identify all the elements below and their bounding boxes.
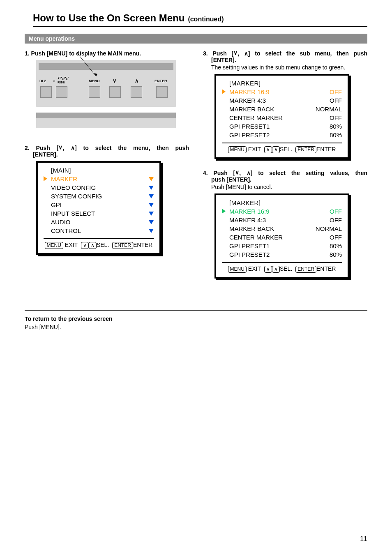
osd-row: MARKER BACKNORMAL: [222, 105, 342, 113]
osd-item-value: OFF: [311, 97, 342, 104]
osd-item-label: CONTROL: [51, 227, 146, 234]
step-number: 4.: [203, 170, 208, 176]
down-icon: ∧: [58, 145, 62, 151]
osd-row: MARKER BACKNORMAL: [222, 224, 342, 233]
keycap-menu-icon: MENU: [228, 146, 247, 153]
osd-footer: MENU EXIT ∨∧SEL. ENTERENTER: [222, 143, 342, 154]
hw-button: [109, 86, 121, 98]
step-4: 4. Push [∧, ∧] to select the setting val…: [203, 170, 367, 279]
osd-row: SYSTEM CONFIG: [44, 192, 154, 200]
osd-sub-menu-1: [MARKER] MARKER 16:9OFFMARKER 4:3OFFMARK…: [214, 74, 349, 159]
osd-item-label: AUDIO: [51, 219, 146, 226]
label-sdi2: DI 2: [39, 79, 46, 83]
down-icon: ∧: [233, 50, 238, 57]
keycap-down-icon: ∨: [264, 146, 272, 153]
step-2: 2. Push [∧, ∧] to select the menu, then …: [25, 145, 189, 255]
osd-row: MARKER 4:3OFF: [222, 216, 342, 224]
return-note: To return to the previous screen Push [M…: [25, 315, 367, 332]
osd-item-value: NORMAL: [311, 106, 342, 113]
indicator-circle-icon: ○: [53, 79, 55, 83]
osd-row: CENTER MARKEROFF: [222, 113, 342, 122]
osd-row: VIDEO CONFIG: [44, 183, 154, 192]
section-heading: Menu operations: [25, 34, 367, 44]
osd-item-label: GPI PRESET2: [229, 131, 311, 138]
down-icon: ∧: [235, 170, 239, 176]
step-text-pre: Push [: [213, 170, 235, 176]
step-text-pre: Push [: [36, 145, 59, 151]
cursor-icon: [222, 208, 229, 215]
step-text-post: ] to select the menu, then push: [75, 145, 189, 151]
up-icon: ∧: [135, 78, 139, 84]
osd-title: [MAIN]: [51, 167, 154, 174]
keycap-enter-icon: ENTER: [295, 146, 316, 153]
label-menu: MENU: [89, 79, 100, 83]
submenu-arrow-icon: [146, 210, 154, 217]
osd-row: MARKER 16:9OFF: [222, 88, 342, 96]
keycap-enter-icon: ENTER: [295, 266, 316, 273]
osd-item-label: GPI PRESET2: [229, 251, 311, 258]
osd-footer: MENU EXIT ∨∧SEL. ENTERENTER: [222, 262, 342, 274]
submenu-arrow-icon: [146, 193, 154, 200]
svg-line-0: [77, 53, 96, 76]
step-text-mid: ,: [239, 170, 247, 176]
osd-row: GPI PRESET280%: [222, 250, 342, 259]
osd-row: CONTROL: [44, 226, 154, 235]
pointer-arrow-icon: [36, 53, 176, 80]
keycap-down-icon: ∨: [81, 242, 89, 249]
osd-item-label: INPUT SELECT: [51, 210, 146, 217]
osd-item-label: CENTER MARKER: [229, 114, 311, 121]
submenu-arrow-icon: [146, 184, 154, 191]
up-icon: ∧: [244, 50, 248, 57]
osd-item-value: OFF: [311, 88, 342, 95]
osd-row: MARKER: [44, 175, 154, 183]
osd-item-label: SYSTEM CONFIG: [51, 193, 146, 200]
page-number: 11: [360, 535, 367, 543]
step-3: 3. Push [∧, ∧] to select the sub menu, t…: [203, 50, 367, 159]
osd-item-value: OFF: [311, 234, 342, 241]
osd-sub-menu-2: [MARKER] MARKER 16:9OFFMARKER 4:3OFFMARK…: [214, 193, 349, 279]
step-body: Push [MENU] to cancel.: [211, 184, 367, 190]
osd-item-label: MARKER 16:9: [229, 208, 311, 215]
osd-item-label: CENTER MARKER: [229, 234, 311, 241]
keycap-enter-icon: ENTER: [112, 242, 133, 249]
osd-item-value: OFF: [311, 114, 342, 121]
keycap-up-icon: ∧: [272, 146, 280, 153]
osd-footer: MENU EXIT ∨∧SEL. ENTERENTER: [44, 238, 154, 250]
osd-row: INPUT SELECT: [44, 209, 154, 218]
keycap-up-icon: ∧: [272, 266, 280, 273]
osd-row: AUDIO: [44, 218, 154, 226]
divider: [25, 310, 367, 311]
label-enter: ENTER: [154, 79, 167, 83]
osd-item-label: MARKER 4:3: [229, 216, 311, 223]
osd-item-label: MARKER: [51, 175, 146, 182]
osd-item-value: OFF: [311, 216, 342, 223]
keycap-up-icon: ∧: [89, 242, 97, 249]
step-text-pre: Push [: [212, 50, 233, 57]
hw-button: [89, 86, 100, 98]
osd-row: GPI PRESET280%: [222, 131, 342, 139]
return-body: Push [MENU].: [25, 323, 367, 331]
keycap-menu-icon: MENU: [45, 242, 63, 249]
osd-item-label: GPI PRESET1: [229, 242, 311, 249]
page-title: How to Use the On Screen Menu: [33, 12, 184, 24]
osd-row: MARKER 4:3OFF: [222, 96, 342, 105]
step-body: The setting values in the sub menu chang…: [211, 64, 367, 71]
osd-item-label: GPI PRESET1: [229, 123, 311, 130]
step-text-mid: ,: [62, 145, 71, 151]
osd-title: [MARKER]: [229, 199, 342, 206]
submenu-arrow-icon: [146, 201, 154, 208]
osd-item-label: GPI: [51, 201, 146, 208]
step-number: 2.: [25, 145, 30, 151]
hw-button: [40, 86, 52, 98]
osd-item-value: 80%: [311, 251, 342, 258]
submenu-arrow-icon: [146, 219, 154, 226]
osd-main-menu: [MAIN] MARKERVIDEO CONFIGSYSTEM CONFIGGP…: [36, 161, 161, 255]
hw-button: [56, 86, 67, 98]
up-icon: ∧: [247, 170, 251, 176]
page-title-row: How to Use the On Screen Menu (continued…: [33, 12, 367, 27]
cursor-icon: [44, 175, 51, 182]
step-1: 1. Push [MENU] to display the MAIN menu.…: [25, 50, 189, 130]
osd-row: GPI PRESET180%: [222, 122, 342, 131]
osd-row: GPI: [44, 200, 154, 209]
osd-item-label: MARKER 4:3: [229, 97, 311, 104]
